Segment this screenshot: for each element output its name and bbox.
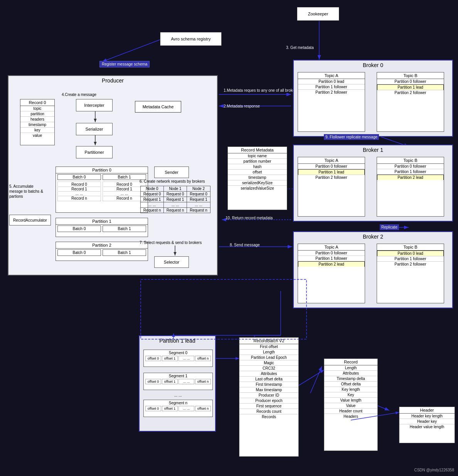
record-metadata-box: Record Metadata topic name partition num…: [227, 146, 287, 210]
arrow-to-selector: [171, 246, 179, 256]
zookeeper-label: Zookeeper: [308, 12, 328, 16]
create-network-label: 6. Create network requests by brokers: [140, 179, 215, 183]
record0-partition: partition: [20, 111, 54, 117]
partition1-box: Partition 1 Batch 0 Batch 1: [56, 218, 148, 237]
partition1-lead-title: Partition 1 lead: [140, 336, 215, 345]
partition2-title: Partition 2: [56, 242, 148, 249]
broker2-box: Broker 2 Topic A Partition 0 follower Pa…: [293, 231, 453, 308]
partitioner-label: Partitioner: [84, 150, 104, 155]
broker2-topicB-title: Topic B: [377, 244, 444, 251]
record-metadata-title: Record Metadata: [228, 147, 287, 153]
metadata-cache-label: Metadata Cache: [143, 104, 174, 109]
segment1-box: Segment 1 offset 0 offset 1 ... ... offs…: [143, 373, 213, 390]
broker1-topicB-title: Topic B: [377, 157, 444, 164]
replicate-label: Replicate: [380, 224, 399, 230]
partition0-title: Partition 0: [56, 167, 148, 173]
broker1-box: Broker 1 Topic A Partition 0 follower Pa…: [293, 145, 453, 222]
recordaccumulator-box: RecordAccumulator: [9, 215, 51, 225]
partition2-box: Partition 2 Batch 0 Batch 1: [56, 242, 148, 261]
avro-registry-box: Avro schema registry: [160, 32, 222, 46]
partition0-box: Partition 0 Batch 0 Batch 1 Record 0 Rec…: [56, 167, 148, 213]
segment0-box: Segment 0 offset 0 offset 1 ... ... offs…: [143, 350, 213, 367]
send-message-label: 8. Send message: [230, 243, 260, 247]
record0-value: value: [20, 133, 54, 138]
selector-label: Selector: [164, 260, 179, 264]
broker1-topicA-title: Topic A: [298, 157, 365, 164]
partition1-title: Partition 1: [56, 218, 148, 225]
svg-rect-30: [141, 279, 306, 339]
avro-registry-label: Avro schema registry: [171, 37, 210, 41]
sender-label: Sender: [165, 170, 178, 175]
metadata-request-label: 1.Metadata reques to any one of all brok…: [224, 88, 298, 93]
serializer-label: Serializer: [86, 127, 103, 131]
broker0-box: Broker 0 Topic A Partition 0 lead Partit…: [293, 60, 453, 137]
intercepter-label: Intercepter: [84, 103, 104, 108]
record0-headers: headers: [20, 117, 54, 122]
broker0-topicA: Topic A Partition 0 lead Partition 1 fol…: [298, 72, 365, 132]
svg-line-1: [102, 40, 160, 62]
recordbatch-v2-box: RecordBatch V2 First offset Length Parti…: [239, 337, 299, 457]
nodes-table: Node 0 Node 1 Node 2 Request 0 Request 0…: [140, 186, 210, 213]
broker2-topicA-title: Topic A: [298, 244, 365, 251]
recordbatch-v2-title: RecordBatch V2: [239, 338, 298, 344]
record-struct-box: Record Length Attributes Timestamp delta…: [324, 358, 378, 451]
accumulate-label: 5. Accumulate messge to batchs & partion…: [9, 184, 44, 199]
arrow-intercepter-serializer: [91, 111, 99, 123]
serializer-box: Serializer: [76, 123, 113, 135]
header-struct-title: Header: [399, 407, 455, 414]
broker0-title: Broker 0: [294, 61, 452, 70]
record0-box: Record 0 topic partition headers timesta…: [20, 99, 55, 145]
get-metadata-label: 3. Get metadata: [286, 45, 314, 50]
arrow-serializer-partitioner: [91, 135, 99, 146]
broker0-topicB-title: Topic B: [377, 72, 444, 79]
producer-box: Producer 4.Create a message Record 0 top…: [8, 75, 218, 276]
broker0-topicB: Topic B Partition 0 follower Partition 1…: [377, 72, 444, 132]
broker1-topicB: Topic B Partition 0 follower Partition 1…: [377, 157, 444, 217]
sender-box: Sender: [154, 167, 189, 178]
intercepter-box: Intercepter: [76, 99, 113, 111]
broker2-topicB: Topic B Partition 0 lead Partition 1 fol…: [377, 244, 444, 303]
segmentn-box: Segment n offset 0 offset 1 ... ... offs…: [143, 400, 213, 417]
node1-header: Node 1: [164, 186, 187, 191]
diagram-container: Zookeeper 3. Get metadata Avro schema re…: [0, 0, 458, 476]
record0-title: Record 0: [20, 99, 54, 106]
svg-line-15: [310, 366, 322, 393]
return-metadata-label: 10. Return record metadata: [226, 216, 273, 220]
svg-line-25: [299, 370, 324, 385]
record-struct-title: Record: [324, 359, 377, 365]
segment-ellipsis: ... ...: [174, 393, 182, 397]
bottom-arrows: [0, 328, 458, 474]
recordaccumulator-label: RecordAccumulator: [13, 218, 47, 222]
select-requests-label: 7. Select requests & send to brokers: [140, 241, 215, 245]
metadata-cache-box: Metadata Cache: [135, 101, 181, 113]
record0-timestamp: timestamp: [20, 122, 54, 128]
follower-replicate-label: 9. Flollower replicate message: [324, 134, 379, 140]
header-struct-box: Header Header key length Header key Head…: [399, 407, 455, 443]
partitioner-box: Partitioner: [76, 146, 113, 158]
register-schema-label: Register message schema: [99, 61, 150, 67]
producer-title: Producer: [8, 76, 217, 85]
partition1-lead-box: Partition 1 lead Segment 0 offset 0 offs…: [139, 335, 216, 432]
create-message-label: 4.Create a message: [62, 93, 96, 97]
broker1-topicA: Topic A Partition 0 follower Partition 1…: [298, 157, 365, 217]
broker1-title: Broker 1: [294, 145, 452, 155]
broker2-title: Broker 2: [294, 232, 452, 241]
record0-topic: topic: [20, 106, 54, 111]
node0-header: Node 0: [141, 186, 164, 191]
node2-header: Node 2: [187, 186, 210, 191]
broker2-topicA: Topic A Partition 0 follower Partition 1…: [298, 244, 365, 303]
broker0-topicA-title: Topic A: [298, 72, 365, 79]
watermark: CSDN @yindy1226358: [414, 468, 454, 472]
metadata-response-label: 2.Metadata response: [224, 104, 260, 108]
record0-key: key: [20, 128, 54, 133]
zookeeper-box: Zookeeper: [297, 7, 339, 21]
selector-box: Selector: [154, 256, 189, 268]
